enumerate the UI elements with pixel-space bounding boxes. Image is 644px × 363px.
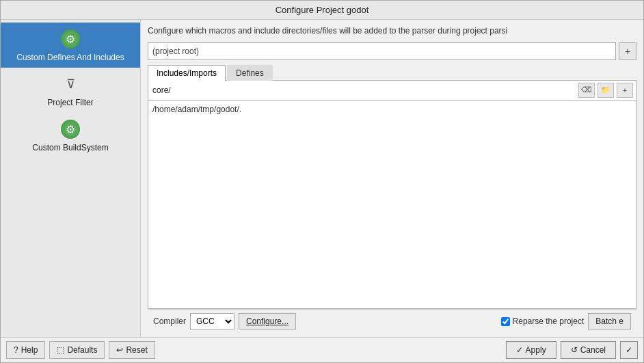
sidebar: ⚙ Custom Defines And Includes ⊽ Project … [1, 20, 141, 337]
compiler-label: Compiler [153, 317, 186, 326]
configure-button[interactable]: Configure... [239, 313, 296, 330]
sidebar-item-custom-defines[interactable]: ⚙ Custom Defines And Includes [1, 23, 140, 68]
apply-checkmark-icon: ✓ [516, 345, 523, 355]
path-combo[interactable]: (project root) [148, 42, 616, 60]
description-text: Configure which macros and include direc… [148, 25, 636, 37]
clear-input-button[interactable]: ⌫ [578, 83, 595, 98]
apply-button[interactable]: ✓ Apply [506, 341, 556, 359]
ok-button[interactable]: ✓ [620, 341, 638, 359]
sidebar-item-label-project-filter: Project Filter [47, 98, 93, 107]
defaults-button[interactable]: ⬚ Defaults [49, 341, 105, 359]
cancel-label: Cancel [580, 345, 606, 355]
cancel-icon: ↺ [571, 345, 578, 355]
tabs-row: Includes/Imports Defines [148, 64, 636, 81]
help-icon: ? [14, 345, 18, 355]
includes-list: /home/adam/tmp/godot/. [148, 100, 636, 309]
bottom-toolbar: Compiler GCCClangMSVC Configure... Repar… [148, 309, 636, 333]
help-button[interactable]: ? Help [6, 341, 45, 359]
path-add-button[interactable]: + [619, 42, 636, 60]
defaults-icon: ⬚ [57, 345, 64, 355]
tab-defines[interactable]: Defines [227, 65, 273, 81]
help-label: Help [21, 345, 38, 355]
input-row: ⌫ 📁 + [148, 81, 636, 100]
reparse-row: Reparse the project [501, 317, 585, 326]
ok-icon: ✓ [626, 345, 632, 355]
path-combo-wrapper: (project root) [148, 42, 616, 60]
browse-folder-button[interactable]: 📁 [598, 83, 614, 98]
filter-icon: ⊽ [59, 73, 81, 95]
apply-label: Apply [526, 345, 546, 355]
sidebar-item-label-custom-buildsystem: Custom BuildSystem [32, 143, 108, 152]
reset-button[interactable]: ↩ Reset [109, 341, 155, 359]
reset-label: Reset [126, 345, 147, 355]
gear-green2-icon: ⚙ [59, 118, 81, 140]
include-text-input[interactable] [151, 85, 576, 96]
reset-icon: ↩ [116, 345, 123, 355]
sidebar-item-custom-buildsystem[interactable]: ⚙ Custom BuildSystem [1, 113, 140, 158]
dialog-title: Configure Project godot [276, 5, 369, 15]
gear-green-icon: ⚙ [59, 28, 81, 50]
tab-includes-imports[interactable]: Includes/Imports [148, 65, 226, 81]
sidebar-item-project-filter[interactable]: ⊽ Project Filter [1, 68, 140, 113]
add-include-button[interactable]: + [617, 83, 633, 98]
reparse-checkbox[interactable] [501, 317, 510, 326]
defaults-label: Defaults [67, 345, 97, 355]
batch-button[interactable]: Batch e [588, 313, 631, 330]
sidebar-item-label-custom-defines: Custom Defines And Includes [16, 53, 124, 62]
list-item[interactable]: /home/adam/tmp/godot/. [152, 103, 632, 116]
compiler-select[interactable]: GCCClangMSVC [190, 313, 234, 330]
title-bar: Configure Project godot [1, 1, 643, 20]
content-area: ⚙ Custom Defines And Includes ⊽ Project … [1, 20, 643, 337]
main-panel: Configure which macros and include direc… [141, 20, 643, 337]
path-row: (project root) + [148, 42, 636, 60]
configure-dialog: Configure Project godot ⚙ Custom Defines… [0, 0, 644, 363]
cancel-button[interactable]: ↺ Cancel [561, 341, 616, 359]
reparse-label: Reparse the project [513, 317, 585, 326]
footer: ? Help ⬚ Defaults ↩ Reset ✓ Apply ↺ Canc… [1, 337, 643, 362]
